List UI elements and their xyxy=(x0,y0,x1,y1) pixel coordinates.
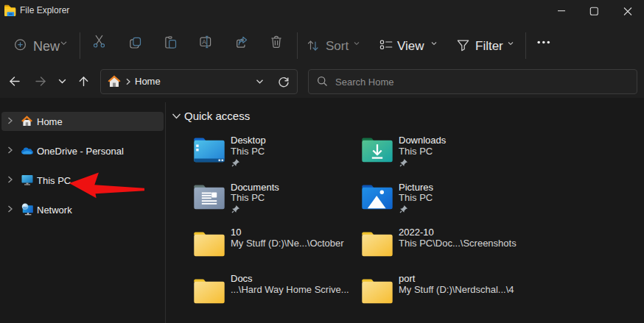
svg-text:A: A xyxy=(202,38,206,46)
